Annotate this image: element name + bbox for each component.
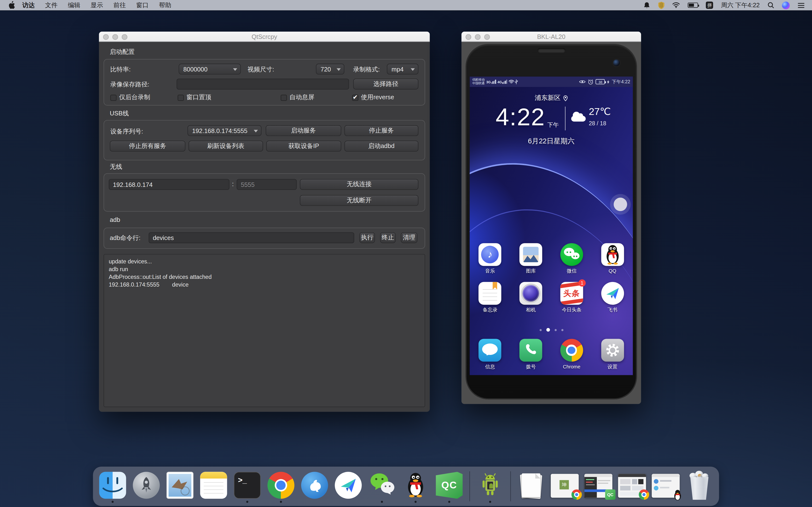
adb-kill-button[interactable]: 终止 [380, 232, 396, 243]
wireless-disconnect-button[interactable]: 无线断开 [300, 195, 418, 206]
phone-app-toutiao[interactable]: 1 头条 今日头条 [553, 282, 590, 314]
adb-log-output[interactable]: update devices... adb run AdbProcess::ou… [104, 254, 425, 407]
bitrate-value: 8000000 [184, 65, 208, 73]
wireless-ip-input[interactable]: 192.168.0.174 [109, 179, 230, 190]
refresh-devices-button[interactable]: 刷新设备列表 [189, 141, 263, 152]
cloud-icon [571, 116, 586, 122]
adb-run-button[interactable]: 执行 [359, 232, 375, 243]
dock-item-qtscrcpy[interactable]: QC [435, 469, 464, 503]
dock-item-chrome[interactable] [266, 469, 296, 503]
gallery-icon [520, 243, 542, 266]
phone-app-messages[interactable]: 信息 [472, 339, 508, 371]
dock-item-terminal[interactable]: >_ [233, 469, 262, 503]
notification-center-icon[interactable] [798, 2, 805, 8]
dock-item-launchpad[interactable] [132, 469, 161, 503]
charging-bolt-icon [607, 79, 610, 84]
dock-item-notes[interactable] [199, 469, 228, 503]
checkbox-use-reverse[interactable]: 使用reverse [352, 93, 394, 102]
serial-combobox[interactable]: 192.168.0.174:5555 [188, 125, 261, 136]
menu-help[interactable]: 帮助 [154, 0, 176, 10]
checkbox-box[interactable] [352, 95, 358, 101]
dock-minimized-window-browser[interactable] [617, 469, 647, 503]
menu-view[interactable]: 显示 [86, 0, 108, 10]
tunnelblick-shield-icon[interactable] [658, 1, 665, 9]
recordpath-input[interactable] [176, 79, 349, 90]
format-combobox[interactable]: mp4 [387, 64, 418, 74]
zoom-button[interactable] [122, 34, 128, 40]
input-method-icon[interactable]: 拼 [706, 1, 713, 9]
phone-app-feishu[interactable]: 飞书 [594, 282, 630, 314]
stop-all-button[interactable]: 停止所有服务 [110, 141, 185, 152]
zoom-button[interactable] [484, 34, 490, 40]
dock-item-finder[interactable] [98, 469, 127, 503]
phone-app-settings[interactable]: 设置 [594, 339, 630, 371]
assistive-touch-ball[interactable] [614, 198, 627, 211]
dock-item-feishu[interactable] [334, 469, 363, 503]
stop-service-button[interactable]: 停止服务 [344, 125, 418, 136]
checkbox-screen-off[interactable]: 自动息屏 [281, 93, 314, 102]
adb-clear-button[interactable]: 清理 [401, 232, 418, 243]
home-page-dots [470, 328, 633, 332]
start-service-button[interactable]: 启动服务 [266, 125, 341, 136]
checkbox-always-on-top[interactable]: 窗口置顶 [177, 93, 211, 102]
checkbox-box[interactable] [110, 95, 116, 101]
choose-path-button[interactable]: 选择路径 [353, 79, 418, 90]
phone-app-camera[interactable]: 相机 [513, 282, 549, 314]
status-bar-time: 下午4:22 [612, 78, 630, 85]
dock-item-trash[interactable] [685, 469, 714, 503]
phone-app-gallery[interactable]: 图库 [513, 243, 549, 275]
dock-item-seal-app[interactable] [300, 469, 329, 503]
menu-edit[interactable]: 编辑 [63, 0, 85, 10]
chrome-badge-icon [639, 489, 649, 500]
phone-app-chrome[interactable]: Chrome [553, 339, 590, 371]
phone-app-dialer[interactable]: 拨号 [513, 339, 549, 371]
close-button[interactable] [465, 34, 471, 40]
apple-menu[interactable] [7, 1, 17, 9]
start-adbd-button[interactable]: 启动adbd [344, 141, 418, 152]
phone-front-camera [613, 59, 620, 66]
videosize-combobox[interactable]: 720 [316, 64, 344, 74]
phone-app-qq[interactable]: QQ [594, 243, 630, 275]
dock-item-mail[interactable] [165, 469, 195, 503]
menu-file[interactable]: 文件 [40, 0, 63, 10]
get-device-ip-button[interactable]: 获取设备IP [266, 141, 341, 152]
checkbox-background-record[interactable]: 仅后台录制 [110, 93, 150, 102]
wireless-port-input[interactable]: 5555 [237, 179, 297, 190]
bitrate-combobox[interactable]: 8000000 [179, 64, 241, 74]
dock-item-wechat[interactable] [367, 469, 396, 503]
location-widget[interactable]: 浦东新区 [470, 94, 633, 102]
running-indicator [112, 501, 114, 503]
menu-bar-clock[interactable]: 周六 下午4:22 [721, 1, 760, 9]
dock-item-qq[interactable] [401, 469, 430, 503]
dock-item-document-stack[interactable] [517, 469, 546, 503]
eye-comfort-icon [579, 80, 586, 84]
wifi-icon[interactable] [672, 2, 680, 8]
phone-window-titlebar[interactable]: BKL-AL20 [461, 32, 641, 42]
checkbox-box[interactable] [177, 95, 184, 101]
minimize-button[interactable] [112, 34, 118, 40]
wireless-connect-button[interactable]: 无线连接 [300, 179, 418, 190]
qtscrcpy-qc-icon: QC [436, 472, 463, 499]
siri-icon[interactable] [782, 1, 790, 9]
menu-app-name[interactable]: 访达 [17, 0, 40, 10]
menu-go[interactable]: 前往 [108, 0, 131, 10]
menu-window[interactable]: 窗口 [131, 0, 154, 10]
phone-screen[interactable]: 优酷移动 中国联通 3G 4G [470, 76, 633, 375]
close-button[interactable] [103, 34, 109, 40]
spotlight-search-icon[interactable] [767, 1, 774, 9]
adb-cmd-input[interactable]: devices [149, 232, 354, 243]
battery-icon[interactable] [688, 3, 698, 8]
dock-item-scrcpy-android[interactable] [475, 469, 505, 503]
notifications-bell-icon[interactable] [643, 1, 651, 9]
dock-minimized-window-qq-chat[interactable] [651, 469, 680, 503]
qtscrcpy-titlebar[interactable]: QtScrcpy [99, 32, 430, 42]
clock-widget[interactable]: 4:22 下午 27℃ 28 / 18 [470, 102, 633, 134]
phone-app-wechat[interactable]: 微信 [553, 243, 590, 275]
checkbox-box[interactable] [281, 95, 287, 101]
dock-minimized-window-kun[interactable]: 坤 [550, 469, 579, 503]
minimize-button[interactable] [475, 34, 481, 40]
phone-app-music[interactable]: ♪ 音乐 [472, 243, 508, 275]
notification-badge: 1 [578, 279, 586, 287]
phone-app-notes[interactable]: 备忘录 [472, 282, 508, 314]
dock-minimized-window-code[interactable]: QC [584, 469, 613, 503]
